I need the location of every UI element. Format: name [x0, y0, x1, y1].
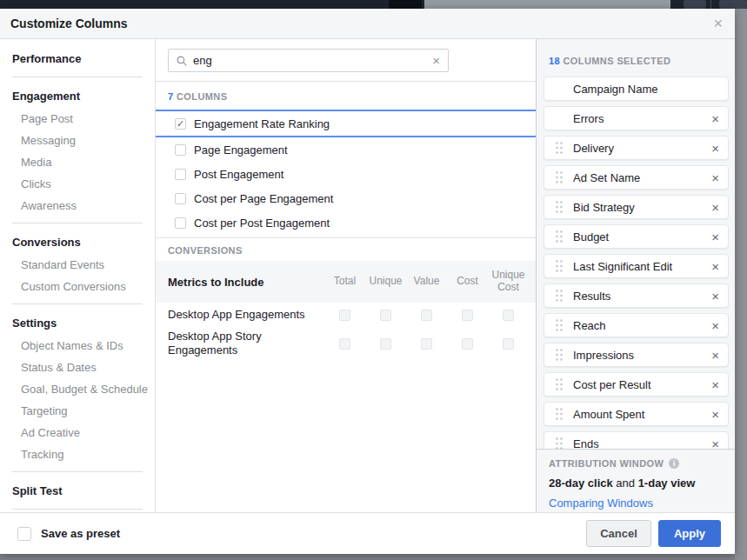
- checkbox-desktop-app-engagements-unique-cost[interactable]: [503, 310, 514, 321]
- sidebar-section-conversions[interactable]: Conversions: [0, 230, 155, 254]
- remove-column-icon[interactable]: ×: [711, 171, 719, 184]
- search-icon: [177, 56, 187, 66]
- close-icon[interactable]: ×: [713, 16, 723, 31]
- checkbox-desktop-app-story-engagements-unique[interactable]: [380, 338, 391, 350]
- sidebar-item-custom-conversions[interactable]: Custom Conversions: [0, 276, 155, 297]
- cancel-button[interactable]: Cancel: [586, 520, 651, 547]
- column-option-row[interactable]: Page Engagement: [156, 137, 536, 162]
- metrics-cell: [365, 310, 406, 321]
- sidebar-item-media[interactable]: Media: [0, 151, 155, 173]
- checkbox-desktop-app-story-engagements-value[interactable]: [421, 338, 432, 350]
- sidebar-item-object-names-ids[interactable]: Object Names & IDs: [0, 335, 155, 357]
- remove-column-icon[interactable]: ×: [711, 142, 719, 155]
- metrics-cell: [447, 338, 488, 350]
- selected-column-cost-per-result[interactable]: Cost per Result×: [544, 372, 729, 397]
- metric-name: Desktop App Story Engagements: [168, 330, 324, 358]
- sidebar-item-page-post[interactable]: Page Post: [0, 108, 155, 130]
- comparing-windows-link[interactable]: Comparing Windows: [549, 497, 723, 510]
- selected-column-results[interactable]: Results×: [544, 283, 729, 308]
- column-option-row[interactable]: Cost per Post Engagement: [156, 210, 536, 235]
- modal-body: PerformanceEngagementPage PostMessagingM…: [0, 39, 735, 512]
- attribution-view-window: 1-day view: [638, 477, 696, 490]
- drag-handle-icon[interactable]: [556, 201, 563, 213]
- drag-handle-icon[interactable]: [556, 349, 563, 361]
- metrics-cell: [365, 338, 406, 350]
- metrics-col-header-cost: Cost: [447, 276, 488, 288]
- remove-column-icon[interactable]: ×: [711, 290, 719, 303]
- drag-handle-icon[interactable]: [556, 378, 563, 390]
- top-bar-divider: [710, 0, 711, 9]
- selected-column-label: Amount Spent: [573, 408, 711, 421]
- checkbox-engagement-rate-ranking[interactable]: ✓: [175, 118, 186, 130]
- sidebar-item-tracking[interactable]: Tracking: [0, 443, 155, 465]
- clear-search-icon[interactable]: ×: [432, 54, 440, 67]
- info-icon[interactable]: i: [669, 458, 679, 469]
- results-count: 7 COLUMNS: [156, 82, 536, 102]
- remove-column-icon[interactable]: ×: [711, 112, 719, 125]
- sidebar-section-split-test[interactable]: Split Test: [0, 478, 155, 503]
- checkbox-cost-per-post-engagement[interactable]: [175, 217, 186, 229]
- checkbox-post-engagement[interactable]: [175, 169, 186, 180]
- metrics-cell: [447, 310, 488, 321]
- remove-column-icon[interactable]: ×: [711, 201, 719, 214]
- selected-column-bid-strategy[interactable]: Bid Strategy×: [544, 195, 729, 219]
- drag-handle-icon[interactable]: [556, 260, 563, 272]
- save-as-preset-checkbox[interactable]: [17, 527, 31, 541]
- selected-column-label: Last Significant Edit: [573, 260, 711, 273]
- selected-column-last-significant-edit[interactable]: Last Significant Edit×: [544, 254, 729, 278]
- search-box[interactable]: ×: [168, 49, 449, 72]
- remove-column-icon[interactable]: ×: [711, 230, 719, 243]
- checkbox-page-engagement[interactable]: [175, 144, 186, 156]
- sidebar-item-goal-budget-schedule[interactable]: Goal, Budget & Schedule: [0, 378, 155, 400]
- sidebar-item-standard-events[interactable]: Standard Events: [0, 254, 155, 276]
- selected-column-delivery[interactable]: Delivery×: [544, 136, 729, 160]
- search-input[interactable]: [193, 54, 432, 67]
- checkbox-desktop-app-story-engagements-total[interactable]: [339, 338, 350, 350]
- metrics-col-header-total: Total: [324, 276, 365, 288]
- remove-column-icon[interactable]: ×: [711, 260, 719, 273]
- sidebar-item-clicks[interactable]: Clicks: [0, 173, 155, 195]
- drag-handle-icon[interactable]: [556, 408, 563, 420]
- sidebar-item-targeting[interactable]: Targeting: [0, 400, 155, 422]
- sidebar-section-engagement[interactable]: Engagement: [0, 83, 155, 108]
- checkbox-desktop-app-engagements-unique[interactable]: [380, 310, 391, 321]
- selected-column-errors[interactable]: Errors×: [544, 106, 729, 130]
- drag-handle-icon[interactable]: [556, 171, 563, 183]
- remove-column-icon[interactable]: ×: [711, 319, 719, 332]
- checkbox-desktop-app-engagements-cost[interactable]: [462, 310, 473, 321]
- checkbox-cost-per-page-engagement[interactable]: [175, 193, 186, 204]
- checkbox-desktop-app-engagements-total[interactable]: [339, 310, 350, 321]
- drag-handle-icon[interactable]: [556, 142, 563, 154]
- selected-column-budget[interactable]: Budget×: [544, 224, 729, 249]
- checkbox-desktop-app-engagements-value[interactable]: [421, 310, 432, 321]
- drag-handle-icon[interactable]: [556, 230, 563, 243]
- drag-handle-icon[interactable]: [556, 290, 563, 302]
- sidebar-section-settings[interactable]: Settings: [0, 310, 155, 335]
- selected-column-amount-spent[interactable]: Amount Spent×: [544, 402, 729, 426]
- sidebar-section-performance[interactable]: Performance: [0, 46, 155, 70]
- results-list: ✓Engagement Rate RankingPage EngagementP…: [156, 110, 536, 235]
- sidebar-item-messaging[interactable]: Messaging: [0, 130, 155, 151]
- remove-column-icon[interactable]: ×: [711, 408, 719, 421]
- drag-handle-icon[interactable]: [556, 319, 563, 331]
- sidebar-item-ad-creative[interactable]: Ad Creative: [0, 422, 155, 443]
- drag-handle-icon[interactable]: [556, 437, 563, 450]
- remove-column-icon[interactable]: ×: [711, 378, 719, 391]
- checkbox-desktop-app-story-engagements-unique-cost[interactable]: [503, 338, 514, 350]
- remove-column-icon[interactable]: ×: [711, 349, 719, 362]
- sidebar-item-status-dates[interactable]: Status & Dates: [0, 357, 155, 378]
- save-as-preset[interactable]: Save as preset: [17, 527, 120, 541]
- selected-column-ad-set-name[interactable]: Ad Set Name×: [544, 165, 729, 190]
- selected-column-impressions[interactable]: Impressions×: [544, 343, 729, 367]
- selected-column-label: Budget: [573, 230, 711, 243]
- column-option-row[interactable]: ✓Engagement Rate Ranking: [156, 110, 536, 137]
- apply-button[interactable]: Apply: [658, 520, 721, 547]
- sidebar-divider: [12, 303, 143, 304]
- selected-column-reach[interactable]: Reach×: [544, 313, 729, 337]
- column-option-row[interactable]: Post Engagement: [156, 162, 536, 186]
- column-option-row[interactable]: Cost per Page Engagement: [156, 186, 536, 210]
- sidebar-item-awareness[interactable]: Awareness: [0, 195, 155, 217]
- attribution-conjunction: and: [613, 477, 638, 490]
- selected-column-campaign-name[interactable]: Campaign Name: [544, 77, 729, 101]
- checkbox-desktop-app-story-engagements-cost[interactable]: [462, 338, 473, 350]
